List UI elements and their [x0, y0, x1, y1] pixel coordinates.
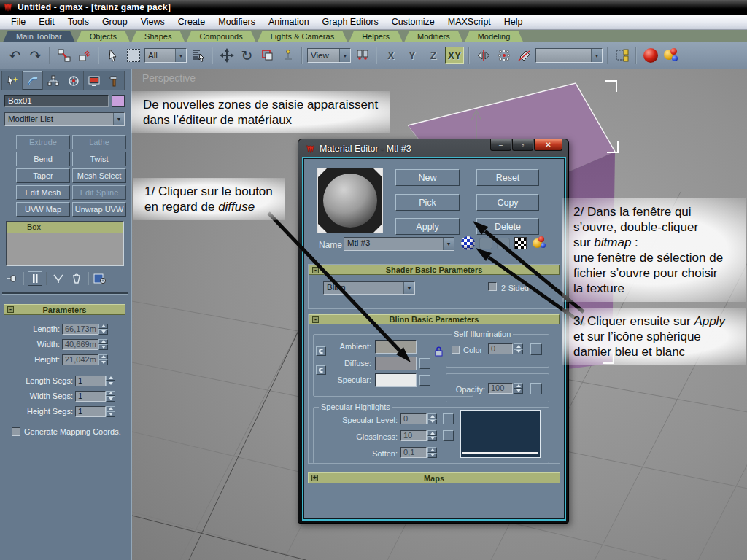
collapse-icon[interactable]: - [312, 316, 319, 323]
align-icon[interactable] [515, 47, 533, 65]
glossiness-spinner[interactable] [427, 430, 437, 441]
width-segs-spinner[interactable] [106, 391, 115, 402]
tab-compounds[interactable]: Compounds [186, 31, 255, 42]
opacity-field[interactable]: 100 [488, 383, 513, 394]
restrict-xy-plane-button[interactable]: XY [445, 47, 464, 64]
lathe-button[interactable]: Lathe [72, 135, 126, 149]
sample-type-icon[interactable] [532, 236, 546, 250]
menu-edit[interactable]: Edit [32, 17, 61, 27]
height-spinner[interactable] [98, 354, 108, 365]
menu-file[interactable]: File [4, 17, 32, 27]
soften-spinner[interactable] [427, 447, 437, 458]
new-button[interactable]: New [395, 169, 460, 186]
shader-type-dropdown[interactable]: Blinn ▼ [323, 281, 415, 295]
menu-maxscript[interactable]: MAXScript [441, 17, 498, 27]
material-editor-window[interactable]: Material Editor - Mtl #3 – ▫ ✕ New Reset… [298, 139, 569, 524]
select-and-scale-icon[interactable] [258, 47, 276, 65]
reference-coordinate-dropdown[interactable]: View ▼ [307, 48, 351, 63]
chevron-down-icon[interactable]: ▼ [403, 282, 414, 294]
select-and-manipulate-icon[interactable] [279, 47, 297, 65]
modifier-list-dropdown[interactable]: Modifier List ▼ [4, 112, 125, 126]
pick-button[interactable]: Pick [395, 194, 460, 211]
minimize-button[interactable]: – [490, 139, 511, 151]
chevron-down-icon[interactable]: ▼ [175, 49, 186, 62]
select-and-move-icon[interactable] [217, 47, 236, 65]
bend-button[interactable]: Bend [16, 152, 70, 166]
tab-modifiers[interactable]: Modifiers [404, 31, 463, 42]
specular-level-map-button[interactable] [443, 413, 454, 424]
unlink-selection-icon[interactable] [75, 47, 93, 65]
undo-icon[interactable]: ↶ [6, 47, 24, 65]
select-object-icon[interactable] [104, 47, 122, 65]
menu-graph-editors[interactable]: Graph Editors [316, 17, 385, 27]
glossiness-field[interactable]: 10 [400, 430, 427, 441]
diffuse-map-button[interactable] [419, 358, 430, 369]
mirror-icon[interactable] [474, 47, 492, 65]
selection-filter-dropdown[interactable]: All ▼ [144, 48, 187, 63]
mesh-select-button[interactable]: Mesh Select [72, 168, 126, 183]
maximize-button[interactable]: ▫ [512, 139, 533, 151]
soften-field[interactable]: 0,1 [400, 447, 427, 458]
chevron-down-icon[interactable]: ▼ [113, 113, 124, 125]
unwrap-uvw-button[interactable]: Unwrap UVW [72, 202, 126, 217]
make-unique-material-icon[interactable] [497, 238, 510, 249]
configure-modifier-sets-icon[interactable] [93, 271, 107, 286]
diffuse-color-swatch[interactable] [375, 357, 417, 370]
opacity-spinner[interactable] [514, 383, 523, 394]
specular-map-button[interactable] [419, 375, 430, 386]
menu-modifiers[interactable]: Modifiers [212, 17, 262, 27]
menu-customize[interactable]: Customize [385, 17, 441, 27]
length-segs-spinner[interactable] [106, 376, 115, 386]
menu-animation[interactable]: Animation [262, 17, 316, 27]
tab-shapes[interactable]: Shapes [131, 31, 185, 42]
remove-modifier-icon[interactable] [69, 271, 84, 286]
show-end-result-icon[interactable] [28, 271, 42, 286]
height-field[interactable]: 21,042m [62, 354, 98, 365]
menu-create[interactable]: Create [171, 17, 212, 27]
self-illum-spinner[interactable] [514, 343, 523, 354]
select-and-rotate-icon[interactable]: ↻ [238, 47, 256, 65]
restrict-z-button[interactable]: Z [424, 47, 443, 64]
height-segs-field[interactable]: 1 [75, 406, 106, 417]
opacity-map-button[interactable] [530, 383, 542, 394]
blinn-rollout-header[interactable]: - Blinn Basic Parameters [309, 314, 560, 324]
lock-diffuse-specular-icon[interactable] [316, 365, 326, 375]
lock-ambient-diffuse-icon[interactable] [316, 346, 326, 356]
lock-icon[interactable] [434, 346, 444, 360]
chevron-down-icon[interactable]: ▼ [591, 49, 602, 62]
glossiness-map-button[interactable] [443, 430, 454, 441]
extrude-button[interactable]: Extrude [16, 135, 70, 149]
pin-stack-icon[interactable] [4, 271, 19, 286]
menu-help[interactable]: Help [498, 17, 530, 27]
height-segs-spinner[interactable] [106, 406, 115, 417]
stack-item-box[interactable]: Box [7, 222, 123, 233]
maps-rollout-header[interactable]: + Maps [308, 472, 560, 483]
material-name-dropdown[interactable]: Mtl #3 ▼ [344, 237, 454, 251]
material-preview[interactable] [317, 168, 383, 233]
redo-icon[interactable]: ↷ [26, 47, 44, 65]
render-icon[interactable] [662, 47, 681, 65]
length-spinner[interactable] [98, 324, 108, 335]
edit-spline-button[interactable]: Edit Spline [72, 185, 126, 200]
width-segs-field[interactable]: 1 [75, 391, 106, 402]
make-unique-icon[interactable] [51, 271, 66, 286]
show-map-in-viewport-icon[interactable] [461, 236, 475, 250]
menu-group[interactable]: Group [96, 17, 134, 27]
specular-level-spinner[interactable] [427, 413, 437, 424]
collapse-icon[interactable]: - [312, 267, 319, 273]
ambient-color-swatch[interactable] [375, 340, 417, 354]
rectangular-selection-region-icon[interactable] [124, 47, 142, 65]
restrict-y-button[interactable]: Y [403, 47, 422, 64]
named-selection-dropdown[interactable]: ▼ [535, 48, 603, 63]
delete-button[interactable]: Delete [476, 218, 539, 235]
length-segs-field[interactable]: 1 [75, 376, 106, 386]
expand-icon[interactable]: + [311, 475, 318, 481]
specular-level-field[interactable]: 0 [400, 413, 427, 424]
parameters-rollout-header[interactable]: - Parameters [4, 304, 125, 315]
tab-lights-cameras[interactable]: Lights & Cameras [258, 31, 347, 42]
select-by-name-icon[interactable] [189, 47, 207, 65]
generate-mapping-coords-checkbox[interactable] [12, 427, 20, 436]
uvw-map-button[interactable]: UVW Map [16, 202, 70, 217]
self-illum-map-button[interactable] [530, 343, 542, 355]
tab-main-toolbar[interactable]: Main Toolbar [3, 31, 75, 42]
